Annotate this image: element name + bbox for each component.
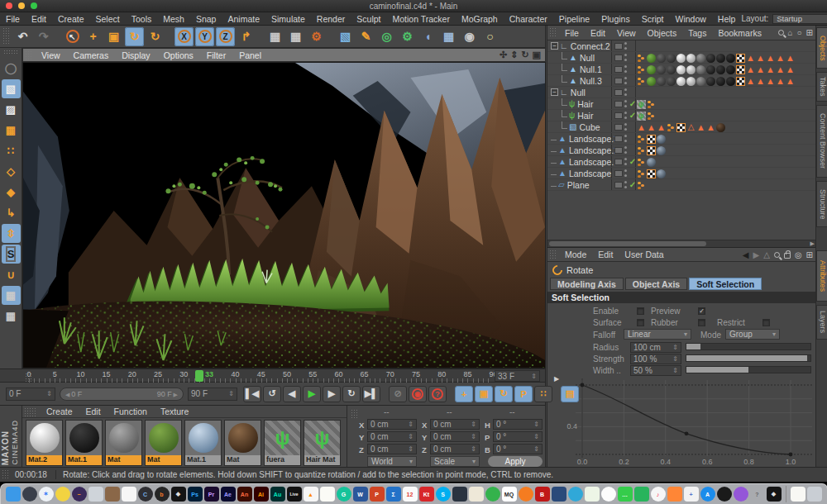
material-mat-1[interactable]: Mat.1 <box>184 420 222 466</box>
dock-icon-vlc[interactable]: ▲ <box>304 487 318 502</box>
expression-tag-icon[interactable]: ▲ <box>696 123 705 132</box>
material-mat-2[interactable]: Mat.2 <box>26 420 63 466</box>
last-tool-button[interactable]: ↻ <box>146 27 165 46</box>
soft-selection-section-header[interactable]: Soft Selection <box>547 292 816 303</box>
texture-tag-icon[interactable] <box>637 181 646 190</box>
checkbox-restrict[interactable] <box>762 319 770 326</box>
material-menu-item-create[interactable]: Create <box>40 407 79 416</box>
object-manager-menu-item-objects[interactable]: Objects <box>642 28 683 38</box>
scale-button[interactable]: ▣ <box>104 27 123 46</box>
expression-tag-icon[interactable]: ▲ <box>746 54 755 63</box>
live-selection-button[interactable]: ↖ <box>63 27 82 46</box>
viewport-grip[interactable] <box>25 50 32 59</box>
slider-track[interactable] <box>686 354 811 362</box>
dock-icon-bitwarden[interactable]: B <box>535 487 550 502</box>
apply-button[interactable]: Apply <box>488 456 543 467</box>
toolbar-grip[interactable] <box>2 27 10 45</box>
expression-tag-icon[interactable]: ▲ <box>756 54 765 63</box>
side-tab-objects[interactable]: Objects <box>816 27 827 69</box>
coord-field-apply-p[interactable]: 0 °⇕ <box>493 431 543 442</box>
expression-tag-icon[interactable]: ▲ <box>766 54 775 63</box>
menu-item-help[interactable]: Help <box>712 14 742 24</box>
expression-tag-icon[interactable]: ▲ <box>776 54 785 63</box>
visibility-dots[interactable] <box>624 64 629 74</box>
viewport-menu-item-display[interactable]: Display <box>115 50 156 60</box>
material-menu-item-texture[interactable]: Texture <box>154 407 195 416</box>
expression-tag-icon[interactable]: ▲ <box>746 65 755 74</box>
menu-item-mograph[interactable]: MoGraph <box>456 14 504 24</box>
dock-icon-photos-cherry[interactable] <box>122 487 136 502</box>
coords-grip[interactable] <box>351 409 358 418</box>
play-reverse-button[interactable]: ↺ <box>263 386 281 402</box>
material-hair-mat[interactable]: ψHair Mat <box>304 420 341 466</box>
visibility-dots[interactable] <box>624 52 629 63</box>
texture-tag-icon[interactable] <box>637 65 646 74</box>
dock-icon-help-question[interactable]: ? <box>750 487 765 502</box>
material-tag-icon[interactable] <box>696 54 705 63</box>
visibility-dots[interactable] <box>624 145 629 155</box>
attribute-manager-grip[interactable] <box>549 250 557 259</box>
material-tag-icon[interactable] <box>657 169 666 178</box>
slider-track[interactable] <box>686 366 811 373</box>
workplane-button[interactable]: ▦ <box>2 307 21 326</box>
material-tag-icon[interactable] <box>647 77 656 86</box>
workplane-lock-button[interactable]: ▦ <box>2 286 21 305</box>
material-tag-icon[interactable] <box>647 65 656 74</box>
record-objects-button[interactable]: ⊘ <box>389 386 407 402</box>
goto-start-button[interactable]: ▌◀ <box>243 386 261 402</box>
coord-field-apply-h[interactable]: 0 °⇕ <box>493 419 543 430</box>
material-mat[interactable]: Mat <box>145 420 182 466</box>
layer-color-box[interactable] <box>613 156 624 167</box>
slider-track[interactable] <box>686 343 811 350</box>
dock-icon-vinyl-app[interactable] <box>717 487 732 502</box>
tab-soft-selection[interactable]: Soft Selection <box>689 278 762 290</box>
dock-icon-maps[interactable] <box>585 487 600 502</box>
render-picture-viewer-button[interactable]: ▦ <box>286 27 305 46</box>
spline-pen-button[interactable]: ✎ <box>356 27 375 46</box>
expression-tag-icon[interactable]: ▲ <box>647 123 656 132</box>
add-panel-icon[interactable]: ⊞ <box>806 28 813 37</box>
material-tag-icon[interactable] <box>706 65 715 74</box>
lock-x-axis-button[interactable]: X <box>174 27 194 46</box>
key-position-button[interactable]: + <box>455 386 473 402</box>
material-menu-item-function[interactable]: Function <box>108 407 154 416</box>
dock-icon-sigma-app[interactable]: Σ <box>386 487 401 502</box>
texture-tag-icon[interactable] <box>637 169 646 178</box>
dock-icon-powerpoint[interactable]: P <box>370 487 385 502</box>
texture-tag-icon[interactable] <box>637 135 646 144</box>
dock-icon-podcasts[interactable] <box>734 487 748 502</box>
object-row-hair[interactable]: ψHair✓ψ <box>547 98 816 110</box>
texture-tag-icon[interactable] <box>637 146 646 155</box>
attribute-menu-item-edit[interactable]: Edit <box>592 250 619 259</box>
material-tag-icon[interactable] <box>657 54 666 63</box>
falloff-curve-panel[interactable]: ▶ 0.00.20.40.60.81.00.80.4 <box>547 373 816 467</box>
dock-icon-after-effects[interactable]: Ae <box>221 487 236 502</box>
expression-tag-icon[interactable]: ▲ <box>756 65 765 74</box>
menu-item-tools[interactable]: Tools <box>126 14 158 24</box>
menu-item-motion-tracker[interactable]: Motion Tracker <box>386 14 455 24</box>
curve-point[interactable] <box>789 453 793 457</box>
hair-material-tag-icon[interactable]: ψ <box>637 100 646 109</box>
side-tab-structure[interactable]: Structure <box>816 181 827 227</box>
dock-icon-grammarly[interactable]: G <box>337 487 351 502</box>
object-row-landscape-2[interactable]: ▲Landscape.2 <box>547 145 816 156</box>
dock-icon-premiere[interactable]: Pr <box>204 487 219 502</box>
frame-range-slider[interactable]: ◀ 0 F 90 F ▶ <box>60 388 184 401</box>
visibility-dots[interactable] <box>624 121 629 132</box>
render-view-button[interactable]: ▦ <box>265 27 284 46</box>
layer-color-box[interactable] <box>613 64 624 74</box>
undo-button[interactable]: ↶ <box>13 27 32 46</box>
rotate-view-icon[interactable]: ↻ <box>521 50 528 60</box>
uvw-tag-icon[interactable] <box>736 65 745 74</box>
texture-tag-icon[interactable] <box>647 112 656 121</box>
material-tag-icon[interactable] <box>716 65 725 74</box>
dock-icon-firefox[interactable]: ~ <box>72 487 87 502</box>
material-grip[interactable] <box>24 407 37 416</box>
expander-icon[interactable]: − <box>551 88 558 96</box>
viewport-menu-item-filter[interactable]: Filter <box>200 50 232 60</box>
sculpt-globe-button[interactable]: ◯ <box>2 59 21 78</box>
object-row-landscape[interactable]: ▲Landscape <box>547 168 816 179</box>
curve-point[interactable] <box>685 431 689 435</box>
dock-icon-shield-app[interactable] <box>568 487 583 502</box>
material-tag-icon[interactable] <box>667 54 676 63</box>
